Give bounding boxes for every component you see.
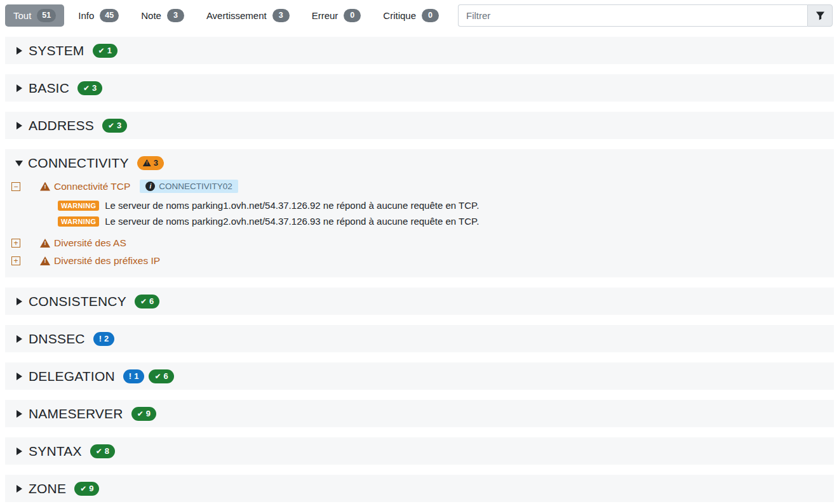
section-header-address[interactable]: ADDRESS ✔ 3 (5, 112, 834, 139)
section-title: BASIC (29, 81, 69, 96)
success-count-badge: ✔ 9 (74, 482, 99, 496)
expand-toggle-icon[interactable]: + (11, 256, 20, 265)
module-link-connectivite-tcp[interactable]: Connectivité TCP (54, 181, 130, 192)
section-consistency: CONSISTENCY ✔ 6 (5, 288, 834, 315)
warning-triangle-icon: ! (40, 239, 50, 248)
section-nameserver: NAMESERVER ✔ 9 (5, 400, 834, 427)
success-count-badge: ✔ 1 (93, 44, 117, 58)
tab-label: Tout (13, 10, 31, 21)
tab-label: Note (141, 10, 161, 21)
section-header-connectivity[interactable]: CONNECTIVITY ! 3 (5, 149, 834, 176)
section-title: SYNTAX (29, 444, 82, 459)
section-address: ADDRESS ✔ 3 (5, 112, 834, 139)
funnel-icon (816, 11, 825, 20)
section-title: CONNECTIVITY (28, 156, 129, 171)
chevron-right-icon (17, 47, 22, 55)
section-title: DNSSEC (29, 331, 85, 347)
check-icon: ✔ (140, 298, 147, 305)
module-row-diversite-des-as: + ! Diversité des AS (11, 234, 825, 252)
notice-count-badge: ! 2 (93, 332, 115, 346)
check-icon: ✔ (154, 373, 161, 380)
section-header-system[interactable]: SYSTEM ✔ 1 (5, 37, 834, 64)
tab-count-badge: 3 (272, 9, 290, 22)
collapse-toggle-icon[interactable]: − (11, 182, 20, 191)
tab-count-badge: 45 (100, 9, 119, 22)
badge-count: 6 (149, 296, 154, 306)
badge-count: 8 (105, 446, 109, 456)
warning-triangle-icon: ! (40, 256, 50, 265)
section-header-syntax[interactable]: SYNTAX ✔ 8 (5, 437, 834, 465)
section-header-basic[interactable]: BASIC ✔ 3 (5, 74, 834, 102)
tab-count-badge: 0 (422, 9, 439, 22)
section-header-consistency[interactable]: CONSISTENCY ✔ 6 (5, 288, 834, 315)
success-count-badge: ✔ 3 (102, 119, 127, 133)
section-header-nameserver[interactable]: NAMESERVER ✔ 9 (5, 400, 834, 427)
badge-count: 2 (104, 334, 109, 343)
tab-info[interactable]: Info 45 (70, 4, 127, 27)
severity-filter-toolbar: Tout 51 Info 45 Note 3 Avertissement 3 E… (0, 0, 839, 30)
tab-erreur[interactable]: Erreur 0 (304, 4, 370, 27)
warning-count-badge: ! 3 (137, 156, 164, 170)
module-messages: WARNING Le serveur de noms parking1.ovh.… (58, 196, 825, 234)
warning-level-badge: WARNING (58, 216, 99, 227)
success-count-badge: ✔ 3 (77, 81, 102, 95)
section-syntax: SYNTAX ✔ 8 (5, 437, 834, 465)
section-title: SYSTEM (29, 43, 84, 58)
section-header-delegation[interactable]: DELEGATION ! 1 ✔ 6 (5, 362, 834, 390)
section-dnssec: DNSSEC ! 2 (5, 325, 834, 352)
section-title: DELEGATION (29, 369, 115, 384)
module-link-diversite-des-as[interactable]: Diversité des AS (54, 237, 126, 249)
filter-input-group (458, 4, 833, 27)
check-icon: ✔ (83, 84, 90, 92)
warning-level-badge: WARNING (58, 201, 99, 211)
success-count-badge: ✔ 9 (131, 407, 156, 421)
warning-triangle-icon: ! (143, 159, 151, 166)
tab-count-badge: 3 (167, 9, 184, 22)
module-row-diversite-des-prefixes-ip: + ! Diversité des préfixes IP (11, 252, 825, 270)
tab-avertissement[interactable]: Avertissement 3 (198, 4, 298, 27)
section-title: NAMESERVER (29, 406, 123, 421)
check-icon: ✔ (98, 47, 105, 55)
badge-count: 6 (163, 371, 168, 381)
test-case-tag-badge: i CONNECTIVITY02 (140, 180, 238, 193)
module-link-diversite-des-prefixes-ip[interactable]: Diversité des préfixes IP (54, 255, 160, 267)
section-system: SYSTEM ✔ 1 (5, 37, 834, 64)
success-count-badge: ✔ 6 (135, 295, 159, 308)
exclamation-icon: ! (129, 372, 131, 380)
section-basic: BASIC ✔ 3 (5, 74, 834, 102)
chevron-right-icon (17, 373, 22, 380)
tab-tout[interactable]: Tout 51 (5, 4, 64, 27)
chevron-right-icon (17, 448, 22, 455)
success-count-badge: ✔ 8 (90, 444, 115, 458)
message-text: Le serveur de noms parking2.ovh.net/54.3… (105, 216, 479, 227)
module-row-connectivite-tcp: − ! Connectivité TCP i CONNECTIVITY02 (11, 176, 825, 196)
tab-critique[interactable]: Critique 0 (375, 4, 447, 27)
badge-count: 3 (154, 158, 158, 168)
message-row: WARNING Le serveur de noms parking1.ovh.… (58, 197, 825, 213)
chevron-right-icon (17, 298, 22, 305)
tab-count-badge: 51 (37, 9, 56, 22)
check-icon: ✔ (96, 448, 102, 455)
chevron-right-icon (17, 122, 22, 129)
section-header-dnssec[interactable]: DNSSEC ! 2 (5, 325, 834, 352)
section-header-zone[interactable]: ZONE ✔ 9 (5, 475, 834, 502)
badge-count: 1 (134, 371, 138, 381)
chevron-right-icon (17, 410, 22, 418)
check-icon: ✔ (137, 410, 144, 418)
filter-input[interactable] (458, 4, 807, 27)
section-title: ZONE (29, 481, 66, 496)
test-results-list: SYSTEM ✔ 1 BASIC ✔ 3 ADDRESS ✔ 3 (0, 30, 839, 502)
success-count-badge: ✔ 6 (149, 369, 173, 383)
section-title: CONSISTENCY (29, 294, 126, 309)
filter-button[interactable] (807, 4, 833, 27)
chevron-right-icon (17, 485, 22, 493)
badge-count: 3 (117, 121, 121, 130)
tab-note[interactable]: Note 3 (133, 4, 192, 27)
section-zone: ZONE ✔ 9 (5, 475, 834, 502)
tab-label: Info (78, 10, 94, 21)
expand-toggle-icon[interactable]: + (11, 239, 20, 248)
chevron-right-icon (17, 84, 22, 92)
notice-count-badge: ! 1 (123, 369, 145, 383)
info-icon: i (145, 182, 155, 191)
section-connectivity: CONNECTIVITY ! 3 − ! Connectivité TCP i (5, 149, 834, 277)
